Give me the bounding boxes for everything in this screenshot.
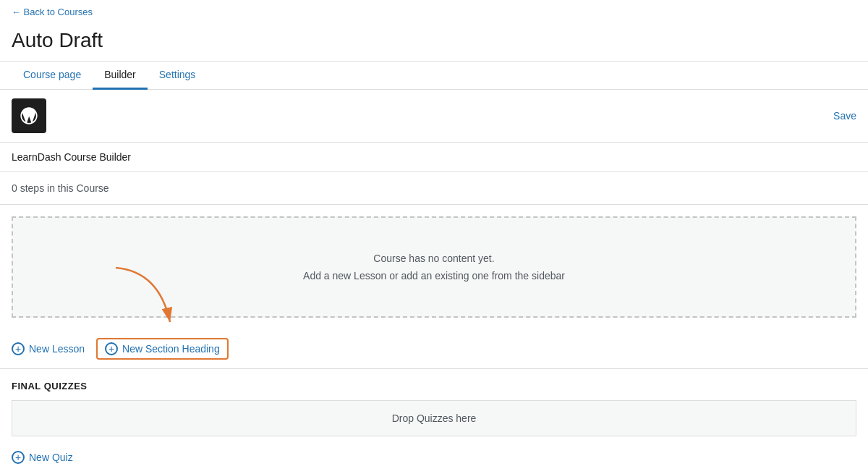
new-quiz-label: New Quiz bbox=[29, 452, 73, 463]
new-quiz-plus-icon: + bbox=[12, 451, 25, 464]
quiz-actions-row: + New Quiz bbox=[12, 445, 856, 470]
lesson-actions-row: + New Lesson + New Section Heading bbox=[0, 329, 868, 368]
save-button[interactable]: Save bbox=[833, 110, 856, 122]
tabs-bar: Course page Builder Settings bbox=[0, 62, 868, 90]
tab-builder[interactable]: Builder bbox=[93, 62, 148, 90]
new-lesson-label: New Lesson bbox=[29, 343, 85, 355]
tab-settings[interactable]: Settings bbox=[148, 62, 208, 90]
new-section-heading-button[interactable]: + New Section Heading bbox=[96, 338, 229, 360]
learndash-section-title: LearnDash Course Builder bbox=[0, 143, 868, 172]
tab-course-page[interactable]: Course page bbox=[12, 62, 93, 90]
builder-header: Save bbox=[0, 90, 868, 143]
no-content-subtitle: Add a new Lesson or add an existing one … bbox=[303, 270, 565, 282]
wordpress-logo bbox=[12, 98, 46, 133]
drop-quizzes-zone[interactable]: Drop Quizzes here bbox=[12, 400, 856, 436]
no-content-title: Course has no content yet. bbox=[373, 253, 494, 264]
builder-container: Save LearnDash Course Builder 0 steps in… bbox=[0, 90, 868, 474]
back-to-courses-link[interactable]: ← Back to Courses bbox=[12, 7, 93, 17]
steps-count: 0 steps in this Course bbox=[0, 172, 868, 205]
new-section-label: New Section Heading bbox=[122, 343, 220, 355]
page-title: Auto Draft bbox=[0, 23, 868, 61]
new-section-plus-icon: + bbox=[105, 342, 118, 355]
final-quizzes-title: FINAL QUIZZES bbox=[12, 381, 856, 392]
new-lesson-button[interactable]: + New Lesson bbox=[12, 339, 85, 358]
course-content-area: Course has no content yet. Add a new Les… bbox=[12, 216, 856, 318]
new-quiz-button[interactable]: + New Quiz bbox=[12, 448, 73, 467]
final-quizzes-section: FINAL QUIZZES Drop Quizzes here + New Qu… bbox=[0, 369, 868, 474]
new-lesson-plus-icon: + bbox=[12, 342, 25, 355]
